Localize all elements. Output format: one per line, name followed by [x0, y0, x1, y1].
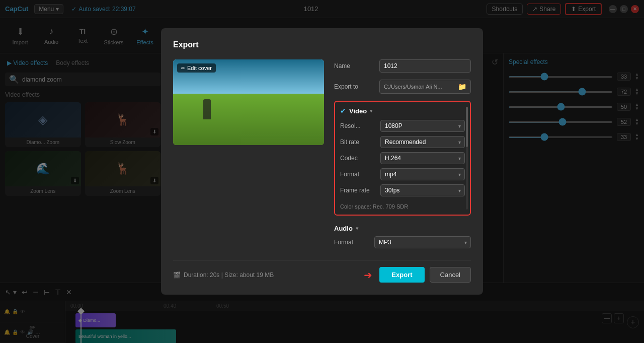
scrollbar-thumb: [466, 107, 468, 147]
name-row: Name: [334, 59, 471, 73]
audio-header: Audio ▾: [334, 225, 471, 232]
framerate-select[interactable]: 30fps 24fps 60fps: [380, 184, 465, 196]
framerate-row: Frame rate 30fps 24fps 60fps: [340, 184, 465, 196]
duration-info: 🎬 Duration: 20s | Size: about 19 MB: [173, 271, 274, 279]
preview-ground: [173, 94, 324, 145]
cancel-button[interactable]: Cancel: [430, 267, 471, 283]
video-expand-icon[interactable]: ▾: [370, 108, 373, 114]
bitrate-row: Bit rate Recommended Low High: [340, 136, 465, 148]
duration-icon: 🎬: [173, 271, 181, 279]
export-path-display: C:/Users/Usman Ali N... 📁: [379, 80, 471, 94]
color-space-text: Color space: Rec. 709 SDR: [340, 203, 465, 210]
duration-text: Duration: 20s | Size: about 19 MB: [184, 271, 274, 279]
dialog-overlay: Export ✏ Edit cover N: [0, 0, 644, 343]
footer-buttons: ➜ Export Cancel: [364, 267, 471, 283]
export-path-text: C:/Users/Usman Ali N...: [384, 84, 442, 90]
dialog-body: ✏ Edit cover Name Export to C:/Users/Usm…: [173, 59, 471, 252]
framerate-label: Frame rate: [340, 187, 380, 194]
format-select-wrapper: mp4 mov avi: [380, 168, 465, 180]
dialog-form: Name Export to C:/Users/Usman Ali N... 📁…: [334, 59, 471, 252]
bitrate-select-wrapper: Recommended Low High: [380, 136, 465, 148]
name-input[interactable]: [379, 59, 471, 73]
format-select[interactable]: mp4 mov avi: [380, 168, 465, 180]
preview-image: ✏ Edit cover: [173, 59, 324, 145]
video-section: ✔ Video ▾ Resol... 1080P 720P 4K: [334, 101, 471, 216]
codec-select[interactable]: H.264 H.265: [380, 152, 465, 164]
format-row: Format mp4 mov avi: [340, 168, 465, 180]
scrollbar-track[interactable]: [466, 107, 468, 210]
export-to-row: Export to C:/Users/Usman Ali N... 📁: [334, 80, 471, 94]
codec-label: Codec: [340, 155, 380, 162]
audio-section: Audio ▾ Format MP3 AAC WAV: [334, 221, 471, 252]
dialog-title: Export: [173, 40, 471, 49]
bitrate-label: Bit rate: [340, 139, 380, 146]
video-rows: Resol... 1080P 720P 4K Bit rate: [340, 120, 465, 210]
resolution-select[interactable]: 1080P 720P 4K: [380, 120, 465, 132]
video-section-header: ✔ Video ▾: [340, 107, 465, 115]
dialog-footer: 🎬 Duration: 20s | Size: about 19 MB ➜ Ex…: [173, 260, 471, 283]
video-label: Video: [349, 107, 367, 115]
bitrate-select[interactable]: Recommended Low High: [380, 136, 465, 148]
export-dialog: Export ✏ Edit cover N: [161, 28, 483, 295]
export-to-label: Export to: [334, 83, 374, 90]
format-label: Format: [340, 171, 380, 178]
audio-format-select-wrapper: MP3 AAC WAV: [374, 236, 471, 248]
audio-expand-icon[interactable]: ▾: [356, 225, 359, 232]
edit-cover-button[interactable]: ✏ Edit cover: [177, 63, 216, 73]
codec-select-wrapper: H.264 H.265: [380, 152, 465, 164]
video-check-icon[interactable]: ✔: [340, 107, 346, 115]
edit-cover-label: Edit cover: [187, 65, 212, 71]
person-silhouette: [203, 99, 211, 119]
arrow-indicator: ➜: [364, 269, 372, 281]
resolution-label: Resol...: [340, 122, 380, 129]
resolution-select-wrapper: 1080P 720P 4K: [380, 120, 465, 132]
audio-label: Audio: [334, 225, 353, 232]
framerate-select-wrapper: 30fps 24fps 60fps: [380, 184, 465, 196]
export-main-button[interactable]: Export: [379, 267, 424, 283]
edit-pencil-icon: ✏: [181, 65, 185, 71]
name-label: Name: [334, 62, 374, 70]
audio-format-select[interactable]: MP3 AAC WAV: [374, 236, 471, 248]
dialog-preview: ✏ Edit cover: [173, 59, 324, 252]
resolution-row: Resol... 1080P 720P 4K: [340, 120, 465, 132]
audio-format-row: Format MP3 AAC WAV: [334, 236, 471, 248]
codec-row: Codec H.264 H.265: [340, 152, 465, 164]
folder-button[interactable]: 📁: [458, 83, 466, 91]
audio-format-label: Format: [334, 239, 374, 246]
